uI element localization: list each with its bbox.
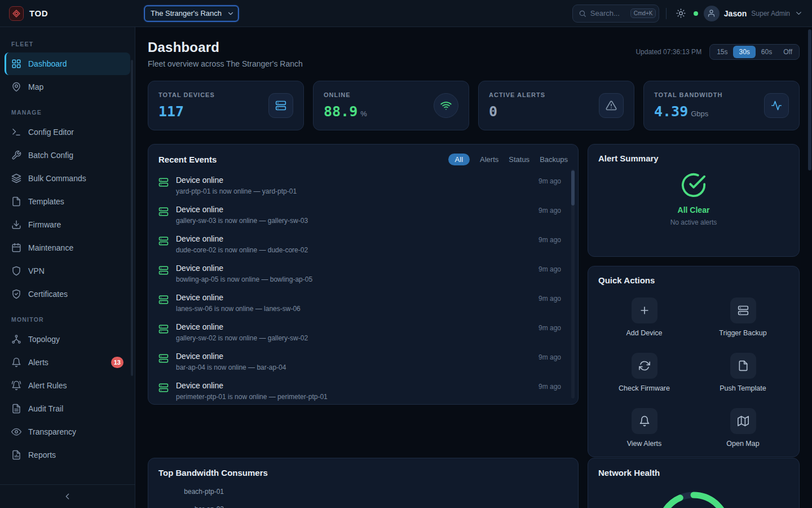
sidebar-item-label: Map [28,82,43,91]
sidebar-item-audit-trail[interactable]: Audit Trail [5,397,130,420]
site-select[interactable]: The Stranger's Ranch [144,6,239,21]
filter-backups[interactable]: Backups [540,155,568,164]
server-icon [158,265,169,275]
sidebar-item-bulk-commands[interactable]: Bulk Commands [5,167,130,190]
plus-icon [639,305,650,316]
event-subtitle: lanes-sw-06 is now online — lanes-sw-06 [176,305,531,313]
eye-icon [11,427,21,437]
alert-status-text: All Clear [678,205,710,214]
event-row[interactable]: Device onlinelanes-sw-06 is now online —… [158,288,561,318]
main-content: Dashboard Fleet overview across The Stra… [135,27,812,508]
network-health-gauge [651,487,736,508]
alert-summary-card: Alert Summary All Clear No active alerts [588,144,800,257]
sidebar-item-templates[interactable]: Templates [5,190,130,213]
quick-action-trigger-backup[interactable]: Trigger Backup [697,297,789,337]
quick-action-open-map[interactable]: Open Map [697,408,789,448]
stat-value: 117 [158,103,184,120]
brand-area: TOD [0,6,135,21]
sidebar-item-label: Reports [28,450,56,459]
sidebar-item-label: Transparency [28,427,76,436]
server-icon [158,383,169,393]
sidebar-section-fleet: FLEET [0,30,135,52]
file-icon [11,196,21,207]
sidebar-item-maintenance[interactable]: Maintenance [5,237,130,259]
event-subtitle: bowling-ap-05 is now online — bowling-ap… [176,275,531,283]
page-subtitle: Fleet overview across The Stranger's Ran… [148,59,303,68]
event-title: Device online [176,381,531,390]
sidebar-item-vpn[interactable]: VPN [5,260,130,282]
search-input[interactable] [590,9,626,17]
sidebar-item-topology[interactable]: Topology [5,328,130,351]
sidebar-item-alerts[interactable]: Alerts 13 [5,351,130,374]
event-row[interactable]: Device onlinegallery-sw-02 is now online… [158,318,561,347]
sidebar-item-transparency[interactable]: Transparency [5,421,130,443]
quick-action-add-device[interactable]: Add Device [598,297,690,337]
alert-triangle-icon [606,100,617,111]
network-health-card: Network Health [588,458,800,508]
event-time: 9m ago [539,265,561,273]
event-row[interactable]: Device onlinegallery-sw-03 is now online… [158,200,561,230]
sidebar-item-alert-rules[interactable]: Alert Rules [5,374,130,397]
bell-ring-icon [11,380,21,391]
shield-check-icon [11,289,21,299]
sun-icon [676,8,686,18]
event-row[interactable]: Device onlineperimeter-ptp-01 is now onl… [158,376,561,405]
event-title: Device online [176,352,531,361]
user-menu[interactable]: Jason Super Admin [704,6,803,21]
sidebar-scrollbar[interactable] [131,60,133,376]
sidebar-section-manage: MANAGE [0,99,135,120]
quick-action-push-template[interactable]: Push Template [697,353,789,392]
refresh-option-off[interactable]: Off [778,46,798,58]
site-selector[interactable]: The Stranger's Ranch [144,6,239,21]
stat-label: ONLINE [324,91,367,98]
filter-status[interactable]: Status [509,155,529,164]
refresh-option-60s[interactable]: 60s [756,46,778,58]
bell-icon [639,415,650,427]
stat-label: TOTAL BANDWIDTH [654,91,722,98]
stat-card-total-devices: TOTAL DEVICES 117 [148,81,304,130]
refresh-option-15s[interactable]: 15s [711,46,733,58]
sidebar-item-reports[interactable]: Reports [5,444,130,466]
sidebar-item-batch-config[interactable]: Batch Config [5,144,130,167]
events-list: Device onlineyard-ptp-01 is now online —… [148,170,578,405]
calendar-icon [11,243,21,253]
event-subtitle: dude-core-02 is now online — dude-core-0… [176,246,531,254]
events-scrollbar-thumb[interactable] [571,170,575,205]
sidebar-item-map[interactable]: Map [5,76,130,98]
bandwidth-bar-row: beach-ptp-01 [158,487,568,497]
theme-toggle-button[interactable] [673,6,689,21]
sidebar-item-firmware[interactable]: Firmware [5,213,130,236]
sidebar-item-label: Alerts [28,358,48,367]
quick-action-label: Open Map [726,440,759,448]
bandwidth-bar [230,487,439,497]
event-row[interactable]: Device onlineyard-ptp-01 is now online —… [158,171,561,200]
file-text-icon [11,404,21,414]
event-row[interactable]: Device onlinebowling-ap-05 is now online… [158,259,561,288]
sidebar-item-label: Topology [28,335,60,344]
layers-icon [11,173,21,183]
map-pin-icon [11,82,21,92]
quick-action-check-firmware[interactable]: Check Firmware [598,353,690,392]
page-header: Dashboard Fleet overview across The Stra… [148,40,800,68]
grid-icon [11,59,21,69]
filter-alerts[interactable]: Alerts [480,155,498,164]
quick-action-view-alerts[interactable]: View Alerts [598,408,690,448]
search-box[interactable]: Cmd+K [572,5,659,23]
event-subtitle: gallery-sw-02 is now online — gallery-sw… [176,334,531,342]
sidebar-item-config-editor[interactable]: Config Editor [5,121,130,143]
page-scrollbar[interactable] [808,29,811,170]
event-title: Device online [176,234,531,243]
bandwidth-bar-row: bar-ap-02 [158,504,568,508]
filter-all[interactable]: All [448,154,470,165]
event-row[interactable]: Device onlinebar-ap-04 is now online — b… [158,347,561,376]
event-time: 9m ago [539,324,561,332]
sidebar-collapse-button[interactable] [0,485,135,508]
sidebar-item-dashboard[interactable]: Dashboard [5,52,130,75]
refresh-option-30s[interactable]: 30s [733,46,755,58]
network-icon [11,334,21,344]
quick-action-label: Add Device [626,329,663,337]
event-row[interactable]: Device onlinedude-core-02 is now online … [158,230,561,259]
sidebar-item-label: Maintenance [28,243,73,252]
sidebar-item-certificates[interactable]: Certificates [5,283,130,305]
topbar: TOD The Stranger's Ranch Cmd+K Jason Sup… [0,0,812,27]
